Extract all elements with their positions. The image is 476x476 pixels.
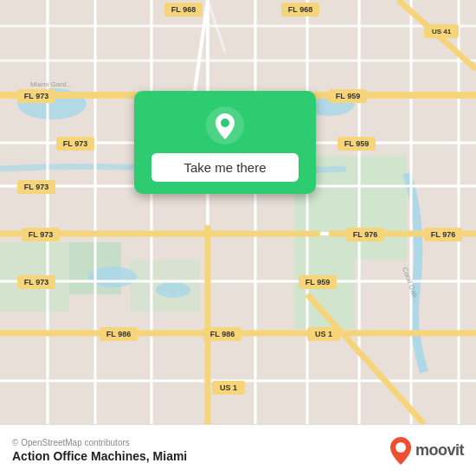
moovit-logo: moovit: [389, 436, 464, 466]
svg-text:US 41: US 41: [432, 28, 452, 35]
moovit-pin-icon: [389, 436, 413, 466]
svg-text:FL 976: FL 976: [353, 230, 377, 239]
svg-text:FL 968: FL 968: [171, 5, 196, 14]
bottom-info: © OpenStreetMap contributors Action Offi…: [12, 438, 187, 463]
svg-text:FL 986: FL 986: [106, 330, 131, 338]
svg-text:Miami Gard...: Miami Gard...: [30, 80, 72, 88]
svg-point-9: [156, 282, 190, 298]
svg-text:FL 973: FL 973: [63, 139, 87, 148]
location-name: Action Office Machines, Miami: [12, 449, 187, 463]
map-svg: FL 968 FL 968 US 41 FL 973 FL 973 FL 973…: [0, 0, 476, 424]
svg-text:US 1: US 1: [315, 330, 332, 338]
svg-rect-2: [294, 260, 355, 329]
map-container: FL 968 FL 968 US 41 FL 973 FL 973 FL 973…: [0, 0, 476, 424]
svg-text:FL 959: FL 959: [336, 92, 360, 100]
location-pin-icon: [206, 106, 244, 145]
osm-credit: © OpenStreetMap contributors: [12, 438, 187, 447]
svg-text:FL 986: FL 986: [210, 330, 235, 338]
take-me-there-button[interactable]: Take me there: [151, 153, 299, 182]
svg-point-74: [221, 119, 229, 127]
svg-text:FL 973: FL 973: [24, 278, 48, 286]
svg-text:FL 973: FL 973: [24, 92, 48, 100]
popup-card: Take me there: [134, 91, 316, 194]
svg-text:FL 973: FL 973: [29, 230, 53, 239]
svg-text:FL 968: FL 968: [288, 5, 312, 14]
svg-text:FL 976: FL 976: [431, 230, 455, 239]
svg-text:FL 973: FL 973: [24, 183, 48, 191]
svg-text:US 1: US 1: [220, 383, 237, 392]
svg-text:FL 959: FL 959: [306, 278, 330, 286]
bottom-bar: © OpenStreetMap contributors Action Offi…: [0, 424, 476, 476]
svg-text:FL 959: FL 959: [344, 139, 369, 148]
moovit-text: moovit: [415, 441, 464, 460]
svg-point-75: [396, 442, 406, 453]
